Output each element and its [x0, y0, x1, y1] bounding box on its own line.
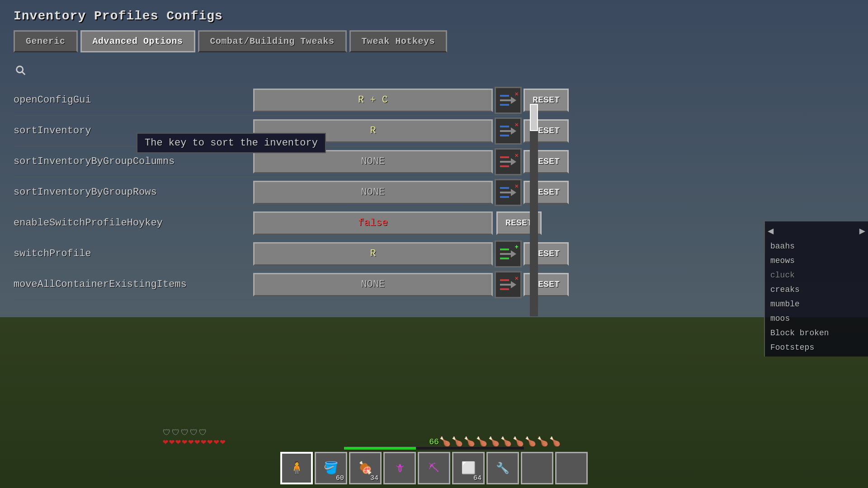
hotbar-slot-3[interactable]: 🍖 34 [349, 452, 382, 484]
heart-2: ❤ [169, 436, 175, 447]
icon-btn-openConfigGui[interactable]: ✕ [495, 87, 522, 114]
icon-btn-switchProfile[interactable]: + [495, 240, 522, 267]
sounds-left-arrow[interactable]: ◀ [768, 225, 774, 237]
tab-bar: Generic Advanced Options Combat/Building… [14, 30, 520, 52]
value-sortInventoryByGroupColumns[interactable]: NONE [253, 150, 493, 174]
sound-item-moos[interactable]: moos [765, 311, 868, 326]
hotbar: 🧍 🪣 60 🍖 34 🗡 ⛏ ⬜ 64 🔧 [280, 452, 588, 484]
heart-6: ❤ [194, 436, 200, 447]
hotbar-item-5: ⛏ [429, 462, 439, 475]
svg-rect-9 [500, 126, 509, 127]
svg-rect-25 [500, 279, 509, 281]
svg-marker-7 [511, 127, 516, 135]
hotbar-slot-6[interactable]: ⬜ 64 [452, 452, 485, 484]
value-moveAllContainerExistingItems[interactable]: NONE [253, 273, 493, 296]
svg-marker-11 [511, 158, 516, 165]
svg-rect-13 [500, 156, 509, 158]
config-row-enableSwitchProfileHoykey: enableSwitchProfileHoykey false RESET [14, 208, 520, 239]
svg-marker-3 [511, 97, 516, 104]
tab-advanced[interactable]: Advanced Options [80, 30, 195, 52]
heart-8: ❤ [207, 436, 212, 447]
svg-rect-12 [500, 165, 509, 167]
svg-rect-6 [500, 130, 511, 132]
config-row-sortInventoryByGroupRows: sortInventoryByGroupRows NONE ✕ RESET [14, 177, 520, 208]
xp-level: 66 [429, 437, 439, 446]
value-switchProfile[interactable]: R [253, 242, 493, 266]
food-5: 🍗 [488, 436, 500, 447]
food-row: 🍗 🍗 🍗 🍗 🍗 🍗 🍗 🍗 🍗 🍗 [439, 436, 561, 447]
hotbar-item-4: 🗡 [394, 462, 405, 475]
scrollbar-thumb[interactable] [530, 104, 538, 131]
panel-title: Inventory Profiles Configs [14, 9, 520, 23]
svg-rect-24 [500, 288, 509, 290]
sound-item-baahs[interactable]: baahs [765, 239, 868, 253]
food-10: 🍗 [549, 436, 561, 447]
svg-rect-18 [500, 253, 511, 255]
label-sortInventoryByGroupColumns: sortInventoryByGroupColumns [14, 156, 253, 167]
food-1: 🍗 [439, 436, 451, 447]
svg-rect-2 [500, 99, 511, 101]
heart-3: ❤ [175, 436, 181, 447]
svg-rect-8 [500, 135, 509, 136]
svg-rect-10 [500, 161, 511, 163]
hotbar-slot-4[interactable]: 🗡 [383, 452, 416, 484]
xp-bar [344, 447, 416, 450]
sounds-right-arrow[interactable]: ▶ [859, 225, 865, 237]
food-9: 🍗 [537, 436, 548, 447]
config-row-sortInventory: sortInventory R ✕ RESET The key to sort … [14, 116, 520, 146]
sound-item-creaks[interactable]: creaks [765, 282, 868, 297]
heart-9: ❤ [213, 436, 219, 447]
value-openConfigGui[interactable]: R + C [253, 89, 493, 112]
sound-item-footsteps[interactable]: Footsteps [765, 340, 868, 355]
food-3: 🍗 [464, 436, 475, 447]
sound-item-block-broken[interactable]: Block broken [765, 326, 868, 340]
tab-hotkeys[interactable]: Tweak Hotkeys [349, 30, 448, 52]
food-8: 🍗 [525, 436, 536, 447]
svg-rect-22 [500, 284, 511, 286]
svg-rect-4 [500, 104, 509, 106]
hotbar-item-7: 🔧 [496, 462, 509, 475]
heart-7: ❤ [201, 436, 206, 447]
x-icon-sortInventoryByGroupColumns: ✕ [515, 151, 519, 159]
sound-item-mumble[interactable]: mumble [765, 297, 868, 311]
hotbar-count-6: 64 [473, 474, 481, 482]
svg-marker-15 [511, 189, 516, 196]
sound-item-meows[interactable]: meows [765, 253, 868, 268]
heart-5: ❤ [188, 436, 193, 447]
label-sortInventoryByGroupRows: sortInventoryByGroupRows [14, 187, 253, 198]
hotbar-slot-8[interactable] [521, 452, 553, 484]
scrollbar[interactable] [530, 104, 538, 316]
xp-bar-wrap [344, 446, 524, 450]
search-icon[interactable] [14, 63, 28, 78]
svg-rect-17 [500, 187, 509, 189]
sound-item-cluck[interactable]: cluck [765, 268, 868, 282]
heart-1: ❤ [163, 436, 168, 447]
tab-generic[interactable]: Generic [14, 30, 78, 52]
label-moveAllContainerExistingItems: moveAllContainerExistingItems [14, 279, 253, 290]
svg-rect-14 [500, 192, 511, 193]
hotbar-slot-2[interactable]: 🪣 60 [315, 452, 347, 484]
icon-btn-sortInventory[interactable]: ✕ [495, 117, 522, 145]
value-sortInventoryByGroupRows[interactable]: NONE [253, 181, 493, 204]
hotbar-slot-9[interactable] [555, 452, 588, 484]
icon-btn-sortInventoryByGroupRows[interactable]: ✕ [495, 179, 522, 206]
search-area [14, 63, 520, 78]
hotbar-slot-1[interactable]: 🧍 [280, 452, 313, 484]
food-2: 🍗 [452, 436, 463, 447]
hotbar-item-1: 🧍 [289, 460, 305, 476]
tab-combat[interactable]: Combat/Building Tweaks [198, 30, 347, 52]
svg-rect-21 [500, 249, 509, 250]
sounds-panel: ◀ ▶ baahs meows cluck creaks mumble moos… [764, 221, 868, 357]
hotbar-slot-7[interactable]: 🔧 [486, 452, 519, 484]
value-enableSwitchProfileHoykey[interactable]: false [253, 211, 493, 235]
plus-icon-switchProfile: + [515, 244, 519, 251]
hotbar-count-2: 60 [336, 474, 344, 482]
hotbar-slot-5[interactable]: ⛏ [418, 452, 450, 484]
icon-btn-moveAllContainerExistingItems[interactable]: ✕ [495, 271, 522, 298]
x-icon-sortInventory: ✕ [515, 121, 519, 128]
label-enableSwitchProfileHoykey: enableSwitchProfileHoykey [14, 217, 253, 229]
icon-btn-sortInventoryByGroupColumns[interactable]: ✕ [495, 148, 522, 175]
config-row-openConfigGui: openConfigGui R + C ✕ RESET [14, 85, 520, 116]
hearts-row: ❤ ❤ ❤ ❤ ❤ ❤ ❤ ❤ ❤ ❤ [163, 436, 225, 447]
hotbar-count-3: 34 [370, 474, 378, 482]
